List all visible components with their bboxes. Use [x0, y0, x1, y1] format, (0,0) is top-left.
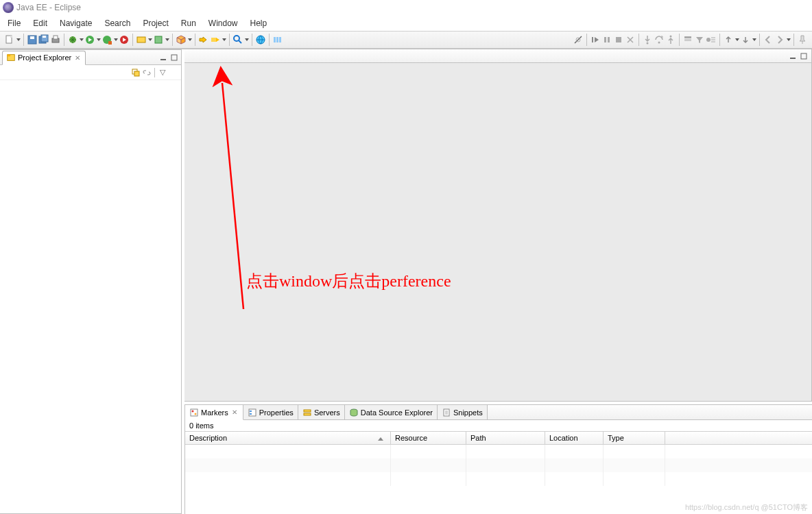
new-ejb-dropdown[interactable] [165, 34, 169, 45]
resume-button[interactable] [590, 34, 601, 45]
annotation-prev-dropdown[interactable] [735, 34, 739, 45]
new-server-dropdown[interactable] [147, 34, 152, 45]
back-dropdown[interactable] [786, 34, 791, 45]
editor-minimize-icon[interactable] [788, 51, 798, 61]
annotation-next-button[interactable] [740, 34, 751, 45]
save-button[interactable] [27, 34, 38, 45]
tab-properties[interactable]: Properties [243, 405, 298, 419]
close-icon[interactable]: ✕ [230, 408, 239, 416]
open-task-dropdown[interactable] [222, 34, 226, 45]
minimize-icon[interactable] [158, 53, 168, 62]
breakpoint-button[interactable] [706, 34, 717, 45]
terminate-button[interactable] [613, 34, 624, 45]
collapse-all-icon[interactable] [131, 68, 141, 77]
forward-button[interactable] [774, 34, 785, 45]
table-body[interactable] [185, 445, 812, 514]
new-package-button[interactable] [176, 34, 187, 45]
search-button[interactable] [232, 34, 243, 45]
tab-servers[interactable]: Servers [298, 405, 345, 419]
tab-markers[interactable]: Markers ✕ [185, 405, 243, 420]
close-icon[interactable]: ✕ [73, 54, 82, 62]
editor-area [184, 49, 812, 402]
open-task-button[interactable] [210, 34, 221, 45]
web-browser-button[interactable] [255, 34, 266, 45]
window-title: Java EE - Eclipse [16, 3, 81, 12]
svg-rect-23 [592, 37, 593, 42]
search-dropdown[interactable] [244, 34, 249, 45]
svg-rect-25 [608, 37, 610, 42]
menu-search[interactable]: Search [98, 16, 136, 30]
toggle-breadcrumb-button[interactable] [272, 34, 283, 45]
suspend-button[interactable] [601, 34, 612, 45]
menu-project[interactable]: Project [136, 16, 174, 30]
step-over-button[interactable] [654, 34, 665, 45]
menu-help[interactable]: Help [244, 16, 274, 30]
svg-rect-34 [8, 55, 10, 57]
new-server-button[interactable] [136, 34, 147, 45]
svg-rect-19 [274, 37, 276, 42]
link-editor-icon[interactable] [142, 68, 152, 77]
run-dropdown[interactable] [96, 34, 101, 45]
tab-snippets[interactable]: Snippets [438, 405, 488, 419]
step-return-button[interactable] [665, 34, 676, 45]
new-ejb-button[interactable] [153, 34, 164, 45]
external-tools-button[interactable] [119, 34, 130, 45]
tab-snippets-label: Snippets [453, 408, 483, 417]
tab-datasource[interactable]: Data Source Explorer [345, 405, 438, 419]
disconnect-button[interactable] [625, 34, 636, 45]
svg-rect-47 [304, 410, 311, 412]
menu-run[interactable]: Run [175, 16, 202, 30]
col-resource[interactable]: Resource [391, 432, 466, 444]
svg-rect-12 [108, 41, 112, 45]
eclipse-icon [3, 2, 14, 13]
print-button[interactable] [50, 34, 61, 45]
menu-file[interactable]: File [1, 16, 27, 30]
debug-button[interactable] [67, 34, 78, 45]
col-description[interactable]: Description [185, 432, 391, 444]
workspace: Project Explorer ✕ ▽ [0, 49, 812, 514]
run-last-button[interactable] [102, 34, 112, 45]
project-explorer-body[interactable] [0, 80, 181, 513]
snippets-icon [442, 408, 451, 417]
editor-maximize-icon[interactable] [799, 51, 809, 61]
run-last-dropdown[interactable] [113, 34, 118, 45]
svg-rect-26 [616, 37, 621, 42]
svg-rect-3 [30, 36, 34, 39]
open-type-button[interactable] [198, 34, 209, 45]
save-all-button[interactable] [38, 34, 49, 45]
menu-edit[interactable]: Edit [27, 16, 53, 30]
drop-to-frame-button[interactable] [682, 34, 693, 45]
new-dropdown[interactable] [16, 34, 21, 45]
col-type[interactable]: Type [604, 432, 665, 444]
project-explorer-tabbar: Project Explorer ✕ [0, 50, 181, 65]
project-explorer-toolbar: ▽ [0, 65, 181, 80]
menu-bar: File Edit Navigate Search Project Run Wi… [0, 15, 812, 31]
view-menu-icon[interactable]: ▽ [158, 68, 167, 77]
tab-datasource-label: Data Source Explorer [361, 408, 433, 417]
skip-breakpoints-button[interactable] [573, 34, 584, 45]
step-into-button[interactable] [642, 34, 653, 45]
new-button[interactable] [4, 34, 15, 45]
right-pane: Markers ✕ Properties Servers Data Source… [182, 49, 812, 514]
menu-navigate[interactable]: Navigate [53, 16, 98, 30]
col-path[interactable]: Path [466, 432, 545, 444]
back-button[interactable] [763, 34, 774, 45]
use-step-filters-button[interactable] [694, 34, 705, 45]
annotation-prev-button[interactable] [723, 34, 734, 45]
project-explorer-tab[interactable]: Project Explorer ✕ [2, 51, 86, 65]
project-explorer-icon [6, 53, 16, 62]
svg-point-28 [658, 42, 660, 44]
maximize-icon[interactable] [169, 53, 179, 62]
run-button[interactable] [84, 34, 95, 45]
annotation-next-dropdown[interactable] [752, 34, 756, 45]
items-count: 0 items [185, 420, 812, 431]
new-package-dropdown[interactable] [187, 34, 192, 45]
debug-dropdown[interactable] [79, 34, 84, 45]
svg-rect-15 [155, 36, 162, 43]
col-location[interactable]: Location [545, 432, 604, 444]
bottom-panel: Markers ✕ Properties Servers Data Source… [184, 404, 812, 514]
menu-window[interactable]: Window [202, 16, 244, 30]
project-explorer-label: Project Explorer [18, 53, 71, 62]
svg-rect-36 [171, 55, 177, 60]
pin-editor-button[interactable] [797, 34, 808, 45]
